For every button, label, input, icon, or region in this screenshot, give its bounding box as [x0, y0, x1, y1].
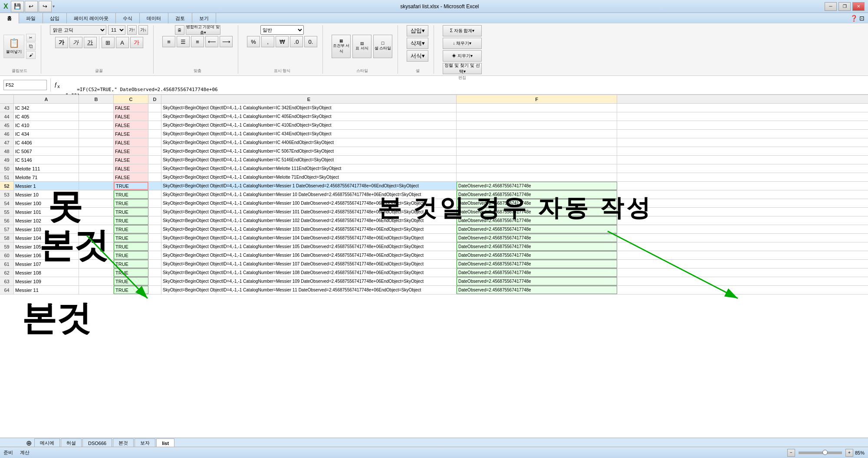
undo-button[interactable]: ↩ [25, 1, 38, 12]
cell-f[interactable]: DateObserved=2.456875567417748e [457, 251, 617, 259]
cell-b[interactable] [79, 104, 114, 112]
cell-a[interactable]: IC 5067 [14, 147, 79, 155]
cell-a[interactable]: IC 342 [14, 104, 79, 112]
cell-c[interactable]: TRUE [114, 268, 148, 277]
indent-increase-button[interactable]: ⟶ [220, 36, 233, 47]
tab-page-layout[interactable]: 페이지 레이아웃 [67, 13, 116, 23]
cell-c[interactable]: TRUE [114, 182, 148, 190]
cell-e[interactable]: SkyObject=BeginObject ObjectID=4,-1,-1 C… [161, 173, 457, 181]
merge-button[interactable]: 병합하고 가운데 맞춤▾ [186, 25, 220, 35]
cell-b[interactable] [79, 268, 114, 277]
cell-f[interactable]: DateObserved=2.456875567417748e [457, 242, 617, 251]
cell-f[interactable]: DateObserved=2.456875567417748e [457, 286, 617, 294]
cell-d[interactable] [148, 121, 161, 129]
cell-e[interactable]: SkyObject=BeginObject ObjectID=4,-1,-1 C… [161, 268, 457, 277]
copy-button[interactable]: ⿻ [26, 43, 36, 50]
cell-b[interactable] [79, 208, 114, 216]
sheet-tab-herscel[interactable]: 허설 [61, 438, 82, 447]
cell-d[interactable] [148, 242, 161, 251]
find-select-button[interactable]: 정렬 및 찾기 및 선택▾ [443, 63, 482, 74]
cell-b[interactable] [79, 286, 114, 294]
cell-a[interactable]: IC 5146 [14, 156, 79, 164]
sheet-tab-boja[interactable]: 보자 [135, 438, 155, 447]
decrease-font-button[interactable]: 가↓ [138, 25, 148, 35]
cell-d[interactable] [148, 138, 161, 147]
cell-c[interactable]: TRUE [114, 199, 148, 207]
cell-e[interactable]: SkyObject=BeginObject ObjectID=4,-1,-1 C… [161, 225, 457, 233]
redo-button[interactable]: ↪ [39, 1, 52, 12]
cell-d[interactable] [148, 173, 161, 181]
font-size-select[interactable]: 11 [108, 25, 125, 35]
tab-review[interactable]: 검토 [168, 13, 192, 23]
cell-d[interactable] [148, 156, 161, 164]
font-name-select[interactable]: 맑은 고딕 [50, 25, 106, 35]
cell-e[interactable]: SkyObject=BeginObject ObjectID=4,-1,-1 C… [161, 121, 457, 129]
cell-d[interactable] [148, 182, 161, 190]
decimal-decrease-button[interactable]: 0. [304, 36, 317, 47]
sheet-tab-list[interactable]: list [156, 438, 174, 447]
italic-button[interactable]: 가 [69, 37, 82, 48]
cell-b[interactable] [79, 112, 114, 121]
cell-f[interactable] [457, 173, 617, 181]
cell-d[interactable] [148, 277, 161, 285]
cell-d[interactable] [148, 208, 161, 216]
cell-f[interactable]: DateObserved=2.456875567417748e [457, 277, 617, 285]
col-header-a[interactable]: A [14, 95, 79, 103]
cell-a[interactable]: Messier 102 [14, 216, 79, 225]
cell-c[interactable]: TRUE [114, 286, 148, 294]
cell-c[interactable]: FALSE [114, 104, 148, 112]
cell-d[interactable] [148, 216, 161, 225]
cell-a[interactable]: Messier 103 [14, 225, 79, 233]
cell-f[interactable] [457, 112, 617, 121]
fill-button[interactable]: ↓ 채우기▾ [443, 38, 482, 49]
cell-a[interactable]: Melotte 111 [14, 164, 79, 173]
cell-f[interactable] [457, 130, 617, 138]
cell-f[interactable]: DateObserved=2.456875567417748e [457, 182, 617, 190]
number-format-select[interactable]: 일반 [260, 25, 304, 35]
cell-f[interactable] [457, 104, 617, 112]
cell-a[interactable]: Messier 107 [14, 260, 79, 268]
cell-c[interactable]: TRUE [114, 234, 148, 242]
cell-b[interactable] [79, 242, 114, 251]
format-painter-button[interactable]: 🖌 [26, 51, 36, 59]
cell-e[interactable]: SkyObject=BeginObject ObjectID=4,-1,-1 C… [161, 138, 457, 147]
cell-a[interactable]: Messier 11 [14, 286, 79, 294]
cell-e[interactable]: SkyObject=BeginObject ObjectID=4,-1,-1 C… [161, 234, 457, 242]
cell-a[interactable]: Messier 105 [14, 242, 79, 251]
cell-f[interactable] [457, 156, 617, 164]
sheet-tab-dso666[interactable]: DSO666 [82, 438, 112, 447]
cell-b[interactable] [79, 138, 114, 147]
cell-d[interactable] [148, 190, 161, 199]
cell-f[interactable] [457, 121, 617, 129]
comma-button[interactable]: , [261, 36, 274, 47]
cell-a[interactable]: Melotte 71 [14, 173, 79, 181]
align-left-button[interactable]: ≡ [162, 36, 175, 47]
cell-e[interactable]: SkyObject=BeginObject ObjectID=4,-1,-1 C… [161, 156, 457, 164]
delete-cell-button[interactable]: 삭제▾ [407, 38, 428, 49]
cell-c[interactable]: FALSE [114, 156, 148, 164]
col-header-e[interactable]: E [161, 95, 457, 103]
conditional-format-button[interactable]: ▦조건부 서식 [332, 35, 351, 58]
cell-d[interactable] [148, 147, 161, 155]
indent-decrease-button[interactable]: ⟵ [205, 36, 218, 47]
cell-f[interactable]: DateObserved=2.456875567417748e [457, 190, 617, 199]
tab-home[interactable]: 홈 [0, 13, 19, 23]
clear-button[interactable]: ◈ 지우기▾ [443, 50, 482, 62]
cell-a[interactable]: Messier 109 [14, 277, 79, 285]
cell-c[interactable]: FALSE [114, 121, 148, 129]
cell-d[interactable] [148, 112, 161, 121]
tab-file[interactable]: 파일 [19, 13, 43, 23]
currency-button[interactable]: ₩ [276, 36, 289, 47]
cell-b[interactable] [79, 156, 114, 164]
cell-e[interactable]: SkyObject=BeginObject ObjectID=4,-1,-1 C… [161, 190, 457, 199]
cell-b[interactable] [79, 277, 114, 285]
save-button[interactable]: 💾 [11, 1, 24, 12]
paste-button[interactable]: 📋 붙여넣기 [3, 35, 24, 58]
cell-c[interactable]: FALSE [114, 164, 148, 173]
cell-c[interactable]: FALSE [114, 173, 148, 181]
cell-d[interactable] [148, 225, 161, 233]
cell-c[interactable]: TRUE [114, 216, 148, 225]
tab-insert[interactable]: 삽입 [43, 13, 67, 23]
cell-styles-button[interactable]: ☐셀 스타일 [373, 35, 392, 58]
sheet-tab-bongeot[interactable]: 본것 [113, 438, 134, 447]
